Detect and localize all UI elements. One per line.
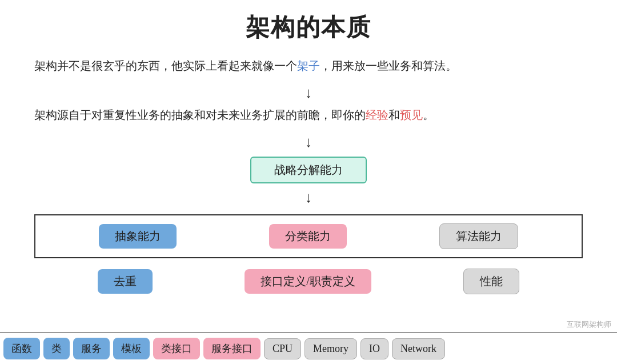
main-container: 架构的本质 架构并不是很玄乎的东西，他实际上看起来就像一个架子，用来放一些业务和… xyxy=(0,0,617,364)
page-title: 架构的本质 xyxy=(246,11,371,43)
bottom-item-cpu: CPU xyxy=(264,338,301,359)
paragraph-2: 架构源自于对重复性业务的抽象和对未来业务扩展的前瞻，即你的经验和预见。 xyxy=(34,105,583,125)
arrow-2: ↓ xyxy=(305,134,312,151)
row1-col2: 分类能力 xyxy=(269,224,347,249)
bottom-bar: 函数 类 服务 模板 类接口 服务接口 CPU Memory IO Networ… xyxy=(0,332,617,364)
bottom-item-network: Network xyxy=(392,338,445,359)
bottom-item-io: IO xyxy=(360,338,388,359)
bottom-item-service-interface: 服务接口 xyxy=(203,338,261,359)
para2-highlight-red-2: 预见 xyxy=(400,109,423,121)
row2-col2: 接口定义/职责定义 xyxy=(245,269,371,294)
row1-container: 抽象能力 分类能力 算法能力 xyxy=(34,214,583,258)
row2-col1: 去重 xyxy=(98,269,153,294)
bottom-item-service: 服务 xyxy=(73,338,110,359)
bottom-item-func: 函数 xyxy=(3,338,40,359)
para1-highlight-blue: 架子 xyxy=(297,59,320,72)
bottom-item-class-interface: 类接口 xyxy=(153,338,200,359)
row1-col1: 抽象能力 xyxy=(99,224,177,249)
bottom-item-memory: Memory xyxy=(305,338,357,359)
para1-text-before: 架构并不是很玄乎的东西，他实际上看起来就像一个 xyxy=(34,59,297,72)
para2-text-middle: 和 xyxy=(388,109,400,121)
row2-col3: 性能 xyxy=(463,269,519,294)
para2-highlight-red-1: 经验 xyxy=(366,109,388,121)
para2-text-before: 架构源自于对重复性业务的抽象和对未来业务扩展的前瞻，即你的 xyxy=(34,109,366,121)
watermark: 互联网架构师 xyxy=(567,319,611,330)
row1-col3: 算法能力 xyxy=(439,223,518,249)
bottom-item-template: 模板 xyxy=(113,338,150,359)
para1-text-after: ，用来放一些业务和算法。 xyxy=(320,59,457,72)
row2-container: 去重 接口定义/职责定义 性能 xyxy=(34,265,583,298)
bottom-item-class: 类 xyxy=(43,338,70,359)
para2-text-end: 。 xyxy=(423,109,434,121)
paragraph-1: 架构并不是很玄乎的东西，他实际上看起来就像一个架子，用来放一些业务和算法。 xyxy=(34,56,583,75)
arrow-1: ↓ xyxy=(305,85,312,102)
center-strategy-box: 战略分解能力 xyxy=(250,157,367,183)
arrow-3: ↓ xyxy=(305,189,312,206)
